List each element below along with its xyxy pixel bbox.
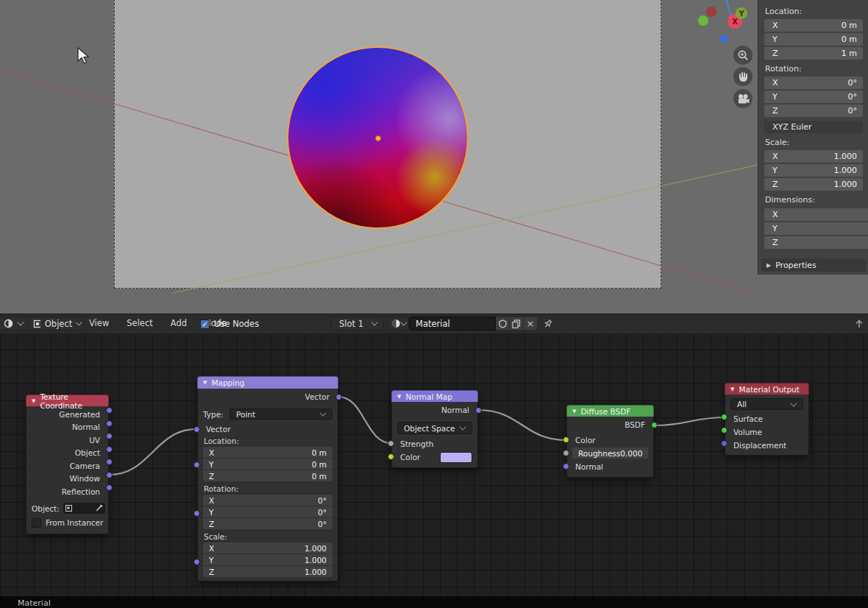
shader-type-dropdown[interactable]: Object (28, 317, 84, 330)
socket-out-normal[interactable] (475, 407, 482, 414)
space-value: Object Space (404, 424, 455, 433)
socket-in-displacement[interactable] (721, 440, 728, 447)
rotation-mode-dropdown[interactable]: XYZ Euler (764, 121, 863, 133)
dimensions-y-field[interactable]: Y (764, 222, 868, 235)
material-name-value: Material (416, 319, 450, 329)
mouse-cursor (76, 47, 90, 66)
axis-value: 0 m (794, 21, 857, 30)
new-material-button[interactable] (510, 317, 524, 330)
back-to-previous-button[interactable] (853, 318, 865, 332)
pin-button[interactable] (543, 319, 553, 331)
mapping-location-x[interactable]: X0 m (203, 447, 332, 458)
dimensions-x-field[interactable]: X (764, 208, 868, 221)
socket-out-uv[interactable] (106, 433, 113, 439)
menu-view[interactable]: View (88, 318, 110, 328)
socket-in-vector[interactable] (193, 426, 200, 433)
socket-in-normal[interactable] (563, 463, 569, 470)
roughness-field[interactable]: Roughness 0.000 (572, 448, 648, 459)
location-y-field[interactable]: Y 0 m (764, 33, 863, 46)
node-header-material-output[interactable]: ▼ Material Output (725, 383, 809, 395)
mapping-scale-y[interactable]: Y1.000 (203, 554, 332, 565)
color-swatch[interactable] (440, 452, 472, 463)
use-nodes-checkbox[interactable]: ✓ (200, 319, 210, 329)
location-z-field[interactable]: Z 1 m (764, 47, 863, 60)
editor-type-dropdown[interactable] (0, 317, 31, 330)
object-picker-field[interactable] (63, 503, 105, 514)
socket-in-rotation[interactable] (193, 510, 200, 517)
socket-out-camera[interactable] (106, 459, 113, 465)
menu-add[interactable]: Add (169, 318, 188, 328)
gizmo-axis-ball-blue[interactable] (720, 35, 728, 43)
socket-out-window[interactable] (106, 472, 113, 478)
socket-out-vector[interactable] (335, 394, 342, 400)
node-material-output[interactable]: ▼ Material Output All Surface Volume Dis… (725, 383, 809, 456)
target-value: All (737, 400, 747, 409)
rotation-x-field[interactable]: X 0° (764, 77, 863, 89)
zoom-tool-button[interactable] (733, 46, 753, 65)
node-editor-canvas[interactable]: ▼ Texture Coordinate Generated Normal UV… (0, 333, 868, 608)
socket-out-bsdf[interactable] (651, 422, 658, 428)
mapping-scale-z[interactable]: Z1.000 (203, 566, 332, 577)
node-header-mapping[interactable]: ▼ Mapping (197, 376, 338, 389)
unlink-material-button[interactable]: × (524, 317, 538, 330)
socket-out-generated[interactable] (106, 407, 113, 414)
node-normal-map[interactable]: ▼ Normal Map Normal Object Space Strengt… (391, 390, 478, 468)
socket-out-normal[interactable] (106, 420, 113, 427)
node-diffuse-bsdf[interactable]: ▼ Diffuse BSDF BSDF Color Roughness 0.00… (566, 405, 654, 478)
material-name-group: Material × (409, 317, 538, 330)
socket-out-object[interactable] (106, 446, 113, 453)
scale-z-field[interactable]: Z 1.000 (764, 178, 863, 191)
scale-x-field[interactable]: X 1.000 (764, 150, 863, 163)
material-slot-dropdown[interactable]: Slot 1 (331, 317, 384, 330)
node-mapping[interactable]: ▼ Mapping Vector Type: Point Vector Loca… (197, 376, 338, 582)
gizmo-axis-ball-darkred[interactable] (706, 7, 716, 17)
camera-view-button[interactable] (733, 89, 753, 108)
socket-in-color[interactable] (563, 436, 569, 443)
axis-value: 0 m (794, 35, 857, 44)
menu-select[interactable]: Select (125, 318, 154, 328)
socket-in-roughness[interactable] (563, 450, 569, 456)
rotation-y-field[interactable]: Y 0° (764, 91, 863, 103)
rotation-label: Rotation: (765, 64, 802, 74)
collapse-triangle-icon: ▼ (397, 394, 401, 400)
navigation-gizmo[interactable]: X Y (690, 0, 758, 46)
socket-in-location[interactable] (193, 462, 200, 468)
node-title: Normal Map (405, 392, 452, 401)
mapping-rotation-y[interactable]: Y0° (203, 506, 332, 517)
gizmo-axis-ball-green[interactable] (698, 15, 708, 26)
fake-user-button[interactable] (496, 317, 510, 330)
node-header-normal-map[interactable]: ▼ Normal Map (391, 390, 478, 402)
socket-in-volume[interactable] (721, 427, 728, 434)
socket-in-color[interactable] (388, 453, 394, 460)
node-header-diffuse-bsdf[interactable]: ▼ Diffuse BSDF (566, 405, 654, 417)
properties-panel-header[interactable]: ▶ Properties (761, 258, 866, 272)
dimensions-z-field[interactable]: Z (764, 236, 868, 249)
type-row: Type: Point (203, 409, 332, 420)
mapping-location-y[interactable]: Y0 m (203, 459, 332, 470)
gizmo-y-axis-ball[interactable]: Y (736, 7, 747, 19)
mapping-rotation-x[interactable]: X0° (203, 495, 332, 506)
location-x-field[interactable]: X 0 m (764, 19, 863, 32)
material-browse-dropdown[interactable] (388, 317, 409, 330)
socket-in-strength[interactable] (388, 440, 394, 447)
from-instancer-row[interactable]: From Instancer (26, 517, 108, 529)
viewport-3d[interactable]: X Y (0, 0, 868, 314)
mapping-scale-x[interactable]: X1.000 (203, 542, 332, 554)
eyedropper-icon[interactable] (95, 504, 103, 512)
mapping-rotation-z[interactable]: Z0° (203, 518, 332, 529)
output-target-dropdown[interactable]: All (730, 398, 803, 410)
socket-out-reflection[interactable] (106, 484, 113, 491)
rotation-z-field[interactable]: Z 0° (764, 105, 863, 117)
material-name-field[interactable]: Material (409, 317, 496, 330)
use-nodes-toggle[interactable]: ✓ Use Nodes (200, 319, 259, 329)
socket-in-surface[interactable] (721, 414, 728, 420)
mapping-type-dropdown[interactable]: Point (230, 409, 332, 420)
node-texture-coordinate[interactable]: ▼ Texture Coordinate Generated Normal UV… (26, 395, 109, 534)
scale-y-field[interactable]: Y 1.000 (764, 164, 863, 177)
pan-tool-button[interactable] (733, 67, 753, 86)
node-header-texture-coordinate[interactable]: ▼ Texture Coordinate (26, 395, 109, 406)
from-instancer-checkbox[interactable] (32, 518, 41, 528)
normal-map-space-dropdown[interactable]: Object Space (397, 422, 472, 434)
mapping-location-z[interactable]: Z0 m (203, 470, 332, 481)
socket-in-scale[interactable] (193, 559, 200, 565)
